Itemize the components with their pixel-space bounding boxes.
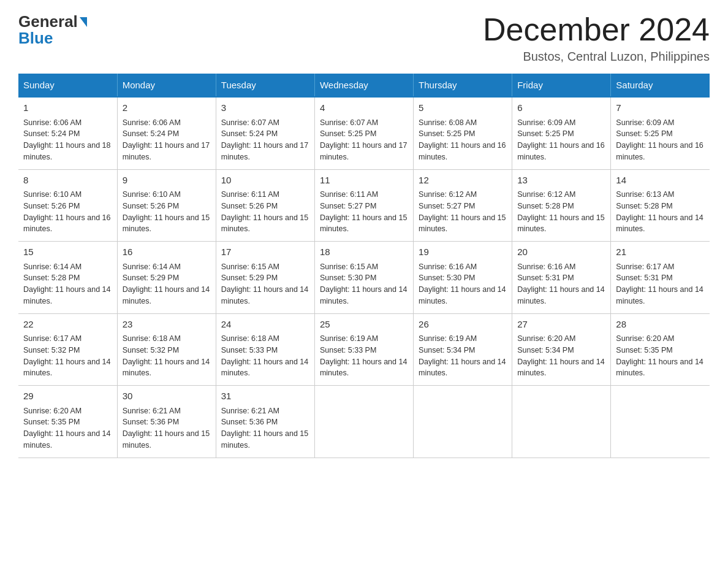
sunrise-text: Sunrise: 6:12 AM xyxy=(517,190,575,199)
sunrise-text: Sunrise: 6:18 AM xyxy=(221,334,279,343)
day-number: 16 xyxy=(123,245,211,259)
sunset-text: Sunset: 5:24 PM xyxy=(221,129,278,138)
sunset-text: Sunset: 5:26 PM xyxy=(123,202,179,210)
sunrise-text: Sunrise: 6:21 AM xyxy=(123,407,181,415)
header-cell-thursday: Thursday xyxy=(414,74,512,97)
sunrise-text: Sunrise: 6:14 AM xyxy=(123,262,181,271)
daylight-text: Daylight: 11 hours and 15 minutes. xyxy=(123,213,210,234)
header-cell-tuesday: Tuesday xyxy=(216,74,314,97)
calendar-cell: 31Sunrise: 6:21 AMSunset: 5:36 PMDayligh… xyxy=(216,386,314,458)
sunset-text: Sunset: 5:27 PM xyxy=(320,202,376,210)
sunrise-text: Sunrise: 6:20 AM xyxy=(616,334,674,343)
daylight-text: Daylight: 11 hours and 15 minutes. xyxy=(320,213,407,234)
sunset-text: Sunset: 5:26 PM xyxy=(23,202,80,210)
day-number: 26 xyxy=(419,318,507,332)
sunrise-text: Sunrise: 6:11 AM xyxy=(320,190,378,199)
calendar-cell: 15Sunrise: 6:14 AMSunset: 5:28 PMDayligh… xyxy=(18,242,117,314)
header-right: December 2024 Bustos, Central Luzon, Phi… xyxy=(483,12,710,64)
day-number: 15 xyxy=(23,245,112,259)
day-number: 23 xyxy=(123,318,211,332)
sunrise-text: Sunrise: 6:07 AM xyxy=(221,118,279,127)
calendar-cell: 25Sunrise: 6:19 AMSunset: 5:33 PMDayligh… xyxy=(314,313,413,386)
sunrise-text: Sunrise: 6:09 AM xyxy=(616,118,674,127)
daylight-text: Daylight: 11 hours and 14 minutes. xyxy=(23,429,110,450)
day-number: 9 xyxy=(123,174,211,188)
header-cell-friday: Friday xyxy=(512,74,611,97)
calendar-cell xyxy=(611,386,710,458)
day-number: 12 xyxy=(419,174,507,188)
daylight-text: Daylight: 11 hours and 14 minutes. xyxy=(23,358,110,378)
calendar-cell xyxy=(414,386,512,458)
day-number: 7 xyxy=(616,101,705,115)
day-number: 5 xyxy=(419,101,507,115)
header-cell-wednesday: Wednesday xyxy=(314,74,413,97)
sunset-text: Sunset: 5:31 PM xyxy=(616,274,672,282)
day-number: 30 xyxy=(123,389,211,404)
header-cell-sunday: Sunday xyxy=(18,74,117,97)
location-text: Bustos, Central Luzon, Philippines xyxy=(483,50,710,64)
header-row: SundayMondayTuesdayWednesdayThursdayFrid… xyxy=(18,74,710,97)
week-row-2: 8Sunrise: 6:10 AMSunset: 5:26 PMDaylight… xyxy=(18,169,710,242)
calendar-cell: 27Sunrise: 6:20 AMSunset: 5:34 PMDayligh… xyxy=(512,313,611,386)
sunset-text: Sunset: 5:32 PM xyxy=(23,346,80,354)
calendar-cell xyxy=(314,386,413,458)
day-number: 6 xyxy=(517,101,605,115)
calendar-cell: 30Sunrise: 6:21 AMSunset: 5:36 PMDayligh… xyxy=(117,386,216,458)
sunset-text: Sunset: 5:25 PM xyxy=(517,129,574,138)
sunset-text: Sunset: 5:35 PM xyxy=(23,418,80,426)
calendar-cell: 2Sunrise: 6:06 AMSunset: 5:24 PMDaylight… xyxy=(117,97,216,169)
day-number: 28 xyxy=(616,318,705,332)
day-number: 1 xyxy=(23,101,112,115)
daylight-text: Daylight: 11 hours and 14 minutes. xyxy=(320,358,407,378)
day-number: 11 xyxy=(320,174,408,188)
daylight-text: Daylight: 11 hours and 15 minutes. xyxy=(419,213,506,234)
daylight-text: Daylight: 11 hours and 14 minutes. xyxy=(616,358,703,378)
daylight-text: Daylight: 11 hours and 17 minutes. xyxy=(221,141,308,161)
week-row-1: 1Sunrise: 6:06 AMSunset: 5:24 PMDaylight… xyxy=(18,97,710,169)
calendar-cell: 8Sunrise: 6:10 AMSunset: 5:26 PMDaylight… xyxy=(18,169,117,242)
sunrise-text: Sunrise: 6:10 AM xyxy=(123,190,181,199)
sunrise-text: Sunrise: 6:19 AM xyxy=(419,334,477,343)
calendar-cell: 1Sunrise: 6:06 AMSunset: 5:24 PMDaylight… xyxy=(18,97,117,169)
calendar-cell: 29Sunrise: 6:20 AMSunset: 5:35 PMDayligh… xyxy=(18,386,117,458)
day-number: 24 xyxy=(221,318,309,332)
sunrise-text: Sunrise: 6:15 AM xyxy=(320,262,378,271)
day-number: 21 xyxy=(616,245,705,259)
logo-blue-text: Blue xyxy=(18,29,53,48)
sunset-text: Sunset: 5:24 PM xyxy=(123,129,179,138)
week-row-4: 22Sunrise: 6:17 AMSunset: 5:32 PMDayligh… xyxy=(18,313,710,386)
sunset-text: Sunset: 5:24 PM xyxy=(23,129,80,138)
calendar-cell xyxy=(512,386,611,458)
month-title: December 2024 xyxy=(483,12,710,47)
daylight-text: Daylight: 11 hours and 15 minutes. xyxy=(221,429,308,450)
daylight-text: Daylight: 11 hours and 17 minutes. xyxy=(123,141,210,161)
sunset-text: Sunset: 5:33 PM xyxy=(320,346,376,354)
calendar-cell: 7Sunrise: 6:09 AMSunset: 5:25 PMDaylight… xyxy=(611,97,710,169)
sunrise-text: Sunrise: 6:06 AM xyxy=(23,118,82,127)
calendar-cell: 11Sunrise: 6:11 AMSunset: 5:27 PMDayligh… xyxy=(314,169,413,242)
daylight-text: Daylight: 11 hours and 14 minutes. xyxy=(23,285,110,305)
daylight-text: Daylight: 11 hours and 16 minutes. xyxy=(616,141,703,161)
page-header: General Blue December 2024 Bustos, Centr… xyxy=(18,12,710,64)
day-number: 20 xyxy=(517,245,605,259)
header-cell-monday: Monday xyxy=(117,74,216,97)
daylight-text: Daylight: 11 hours and 15 minutes. xyxy=(123,429,210,450)
sunrise-text: Sunrise: 6:14 AM xyxy=(23,262,82,271)
day-number: 14 xyxy=(616,174,705,188)
daylight-text: Daylight: 11 hours and 14 minutes. xyxy=(419,285,506,305)
daylight-text: Daylight: 11 hours and 14 minutes. xyxy=(616,285,703,305)
daylight-text: Daylight: 11 hours and 14 minutes. xyxy=(517,285,604,305)
sunset-text: Sunset: 5:36 PM xyxy=(221,418,278,426)
sunrise-text: Sunrise: 6:09 AM xyxy=(517,118,575,127)
calendar-cell: 24Sunrise: 6:18 AMSunset: 5:33 PMDayligh… xyxy=(216,313,314,386)
sunset-text: Sunset: 5:25 PM xyxy=(320,129,376,138)
sunset-text: Sunset: 5:26 PM xyxy=(221,202,278,210)
sunset-text: Sunset: 5:31 PM xyxy=(517,274,574,282)
calendar-cell: 4Sunrise: 6:07 AMSunset: 5:25 PMDaylight… xyxy=(314,97,413,169)
day-number: 4 xyxy=(320,101,408,115)
logo-arrow-icon xyxy=(80,17,87,27)
calendar-body: 1Sunrise: 6:06 AMSunset: 5:24 PMDaylight… xyxy=(18,97,710,458)
header-cell-saturday: Saturday xyxy=(611,74,710,97)
calendar-cell: 3Sunrise: 6:07 AMSunset: 5:24 PMDaylight… xyxy=(216,97,314,169)
daylight-text: Daylight: 11 hours and 16 minutes. xyxy=(419,141,506,161)
